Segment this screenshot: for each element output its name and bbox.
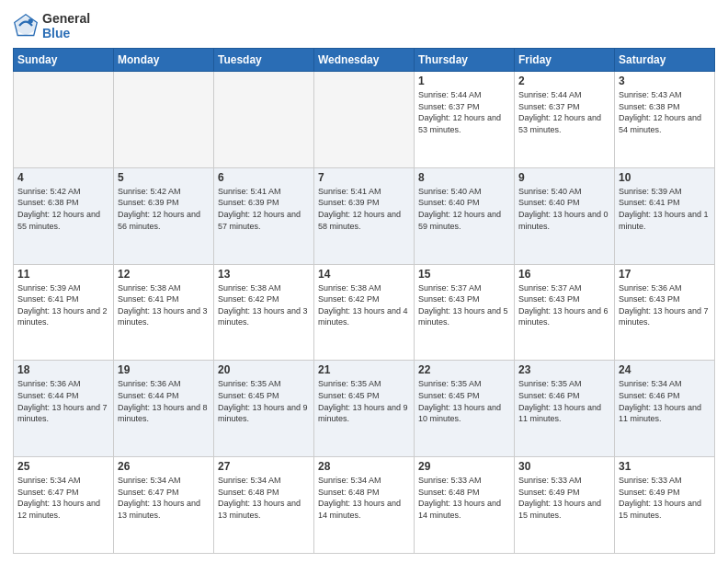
table-row: 8Sunrise: 5:40 AMSunset: 6:40 PMDaylight… [415,167,515,264]
table-row: 3Sunrise: 5:43 AMSunset: 6:38 PMDaylight… [615,72,715,168]
day-number: 6 [218,171,310,184]
table-row: 11Sunrise: 5:39 AMSunset: 6:41 PMDayligh… [14,264,114,361]
table-row: 9Sunrise: 5:40 AMSunset: 6:40 PMDaylight… [515,167,615,264]
day-info: Sunrise: 5:40 AMSunset: 6:40 PMDaylight:… [418,186,510,232]
table-row: 31Sunrise: 5:33 AMSunset: 6:49 PMDayligh… [615,457,715,554]
table-row: 2Sunrise: 5:44 AMSunset: 6:37 PMDaylight… [515,72,615,168]
day-info: Sunrise: 5:33 AMSunset: 6:49 PMDaylight:… [619,475,711,521]
day-number: 16 [518,268,610,281]
day-number: 8 [418,171,510,184]
table-row: 12Sunrise: 5:38 AMSunset: 6:41 PMDayligh… [114,264,214,361]
calendar-week-row: 25Sunrise: 5:34 AMSunset: 6:47 PMDayligh… [14,457,715,554]
table-row: 16Sunrise: 5:37 AMSunset: 6:43 PMDayligh… [515,264,615,361]
day-number: 12 [118,268,210,281]
page: General Blue Sunday Monday Tuesday Wedne… [0,0,728,563]
day-number: 13 [218,268,310,281]
day-number: 20 [218,363,310,376]
day-number: 28 [318,460,410,473]
day-info: Sunrise: 5:36 AMSunset: 6:44 PMDaylight:… [118,378,210,424]
day-info: Sunrise: 5:37 AMSunset: 6:43 PMDaylight:… [518,282,610,328]
table-row: 18Sunrise: 5:36 AMSunset: 6:44 PMDayligh… [14,361,114,457]
table-row: 4Sunrise: 5:42 AMSunset: 6:38 PMDaylight… [14,167,114,264]
day-number: 30 [518,460,610,473]
table-row: 29Sunrise: 5:33 AMSunset: 6:48 PMDayligh… [415,457,515,554]
day-info: Sunrise: 5:36 AMSunset: 6:44 PMDaylight:… [17,378,109,424]
table-row: 13Sunrise: 5:38 AMSunset: 6:42 PMDayligh… [214,264,314,361]
day-info: Sunrise: 5:39 AMSunset: 6:41 PMDaylight:… [17,282,109,328]
table-row: 26Sunrise: 5:34 AMSunset: 6:47 PMDayligh… [114,457,214,554]
header: General Blue [13,11,715,40]
col-tuesday: Tuesday [214,49,314,72]
table-row: 20Sunrise: 5:35 AMSunset: 6:45 PMDayligh… [214,361,314,457]
col-monday: Monday [114,49,214,72]
logo: General Blue [13,11,90,40]
table-row [14,72,114,168]
table-row: 15Sunrise: 5:37 AMSunset: 6:43 PMDayligh… [415,264,515,361]
day-number: 22 [418,363,510,376]
table-row: 24Sunrise: 5:34 AMSunset: 6:46 PMDayligh… [615,361,715,457]
day-number: 11 [17,268,109,281]
day-info: Sunrise: 5:44 AMSunset: 6:37 PMDaylight:… [418,89,510,135]
calendar-week-row: 18Sunrise: 5:36 AMSunset: 6:44 PMDayligh… [14,361,715,457]
day-info: Sunrise: 5:33 AMSunset: 6:48 PMDaylight:… [418,475,510,521]
day-number: 26 [118,460,210,473]
day-info: Sunrise: 5:35 AMSunset: 6:45 PMDaylight:… [218,378,310,424]
day-info: Sunrise: 5:44 AMSunset: 6:37 PMDaylight:… [518,89,610,135]
calendar-week-row: 4Sunrise: 5:42 AMSunset: 6:38 PMDaylight… [14,167,715,264]
day-info: Sunrise: 5:38 AMSunset: 6:42 PMDaylight:… [318,282,410,328]
table-row: 28Sunrise: 5:34 AMSunset: 6:48 PMDayligh… [314,457,415,554]
col-friday: Friday [515,49,615,72]
table-row: 22Sunrise: 5:35 AMSunset: 6:45 PMDayligh… [415,361,515,457]
day-number: 2 [518,75,610,87]
day-number: 25 [17,460,109,473]
table-row [314,72,415,168]
day-info: Sunrise: 5:42 AMSunset: 6:39 PMDaylight:… [118,186,210,232]
calendar-week-row: 1Sunrise: 5:44 AMSunset: 6:37 PMDaylight… [14,72,715,168]
day-info: Sunrise: 5:43 AMSunset: 6:38 PMDaylight:… [619,89,711,135]
day-info: Sunrise: 5:35 AMSunset: 6:46 PMDaylight:… [518,378,610,424]
day-info: Sunrise: 5:34 AMSunset: 6:47 PMDaylight:… [118,475,210,521]
day-number: 3 [619,75,711,87]
day-number: 5 [118,171,210,184]
day-info: Sunrise: 5:37 AMSunset: 6:43 PMDaylight:… [418,282,510,328]
table-row [114,72,214,168]
day-info: Sunrise: 5:38 AMSunset: 6:42 PMDaylight:… [218,282,310,328]
day-number: 14 [318,268,410,281]
table-row: 25Sunrise: 5:34 AMSunset: 6:47 PMDayligh… [14,457,114,554]
day-number: 27 [218,460,310,473]
day-info: Sunrise: 5:35 AMSunset: 6:45 PMDaylight:… [418,378,510,424]
day-number: 9 [518,171,610,184]
day-info: Sunrise: 5:38 AMSunset: 6:41 PMDaylight:… [118,282,210,328]
day-number: 1 [418,75,510,87]
table-row: 27Sunrise: 5:34 AMSunset: 6:48 PMDayligh… [214,457,314,554]
day-info: Sunrise: 5:34 AMSunset: 6:48 PMDaylight:… [318,475,410,521]
table-row: 14Sunrise: 5:38 AMSunset: 6:42 PMDayligh… [314,264,415,361]
day-number: 18 [17,363,109,376]
col-saturday: Saturday [615,49,715,72]
day-info: Sunrise: 5:40 AMSunset: 6:40 PMDaylight:… [518,186,610,232]
day-number: 31 [619,460,711,473]
logo-icon [13,13,39,39]
table-row: 10Sunrise: 5:39 AMSunset: 6:41 PMDayligh… [615,167,715,264]
table-row: 17Sunrise: 5:36 AMSunset: 6:43 PMDayligh… [615,264,715,361]
day-number: 29 [418,460,510,473]
calendar-table: Sunday Monday Tuesday Wednesday Thursday… [13,48,715,554]
day-info: Sunrise: 5:34 AMSunset: 6:46 PMDaylight:… [619,378,711,424]
day-number: 23 [518,363,610,376]
logo-text: General Blue [42,11,90,40]
day-number: 21 [318,363,410,376]
table-row: 23Sunrise: 5:35 AMSunset: 6:46 PMDayligh… [515,361,615,457]
day-number: 17 [619,268,711,281]
table-row [214,72,314,168]
calendar-week-row: 11Sunrise: 5:39 AMSunset: 6:41 PMDayligh… [14,264,715,361]
table-row: 1Sunrise: 5:44 AMSunset: 6:37 PMDaylight… [415,72,515,168]
day-number: 24 [619,363,711,376]
table-row: 6Sunrise: 5:41 AMSunset: 6:39 PMDaylight… [214,167,314,264]
day-info: Sunrise: 5:41 AMSunset: 6:39 PMDaylight:… [218,186,310,232]
calendar-header-row: Sunday Monday Tuesday Wednesday Thursday… [14,49,715,72]
day-info: Sunrise: 5:33 AMSunset: 6:49 PMDaylight:… [518,475,610,521]
col-thursday: Thursday [415,49,515,72]
table-row: 30Sunrise: 5:33 AMSunset: 6:49 PMDayligh… [515,457,615,554]
day-info: Sunrise: 5:34 AMSunset: 6:48 PMDaylight:… [218,475,310,521]
day-number: 15 [418,268,510,281]
